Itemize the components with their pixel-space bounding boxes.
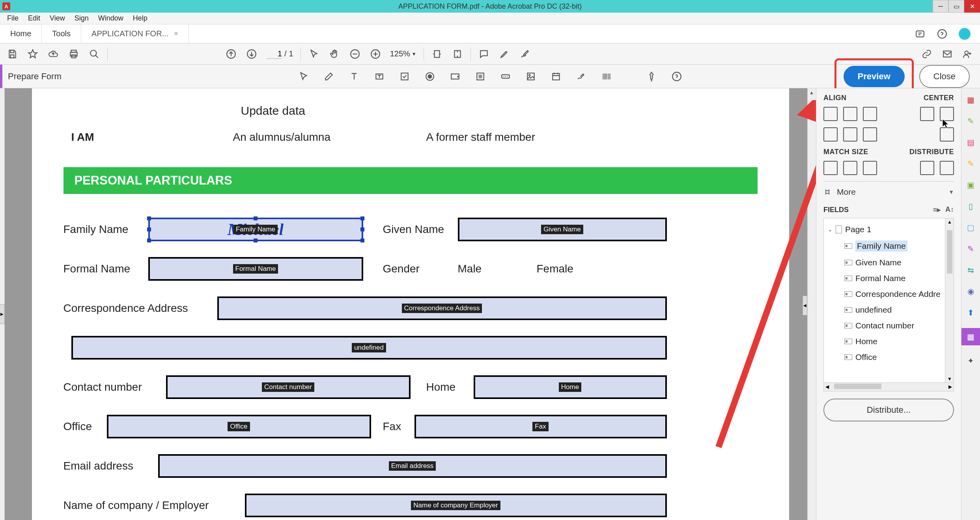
tree-field-undefined[interactable]: undefined bbox=[825, 302, 952, 318]
select-tool-icon[interactable] bbox=[297, 70, 310, 83]
field-corr-address[interactable]: Correspondence Address bbox=[217, 296, 667, 320]
field-given-name[interactable]: Given Name bbox=[458, 218, 667, 241]
text-field-icon[interactable] bbox=[347, 70, 361, 83]
menu-help[interactable]: Help bbox=[128, 14, 152, 22]
distribute-v-icon[interactable] bbox=[940, 161, 954, 175]
dropdown-icon[interactable] bbox=[448, 70, 462, 83]
tree-field-home[interactable]: Home bbox=[825, 334, 952, 349]
align-center-h-icon[interactable] bbox=[843, 107, 857, 121]
hand-icon[interactable] bbox=[329, 48, 340, 60]
pointer-icon[interactable] bbox=[308, 48, 320, 60]
zoom-in-icon[interactable] bbox=[370, 48, 381, 60]
cloud-upload-icon[interactable] bbox=[47, 48, 59, 60]
maximize-button[interactable]: ▭ bbox=[948, 0, 964, 13]
tree-field-given-name[interactable]: Given Name bbox=[825, 255, 952, 270]
tool-compress-icon[interactable]: ⇆ bbox=[965, 264, 977, 276]
tool-protect-icon[interactable]: ▢ bbox=[965, 222, 977, 233]
tab-home[interactable]: Home bbox=[0, 24, 42, 43]
zoom-out-icon[interactable] bbox=[349, 48, 361, 60]
zoom-level[interactable]: 125% ▼ bbox=[390, 49, 416, 58]
sort-icon[interactable]: ≡▸ bbox=[933, 205, 941, 214]
tab-tools[interactable]: Tools bbox=[42, 24, 81, 43]
page-up-icon[interactable] bbox=[225, 48, 237, 60]
button-icon[interactable] bbox=[499, 70, 512, 83]
tool-comment-icon[interactable]: ✎ bbox=[965, 158, 977, 170]
match-both-icon[interactable] bbox=[863, 161, 877, 175]
align-left-icon[interactable] bbox=[823, 107, 838, 121]
match-width-icon[interactable] bbox=[823, 161, 838, 175]
checkbox-icon[interactable] bbox=[398, 70, 411, 83]
avatar[interactable] bbox=[959, 28, 971, 40]
date-field-icon[interactable] bbox=[549, 70, 563, 83]
tree-field-office[interactable]: Office bbox=[825, 349, 952, 365]
tree-field-formal-name[interactable]: Formal Name bbox=[825, 270, 952, 286]
comment-icon[interactable] bbox=[478, 48, 490, 60]
align-right-icon[interactable] bbox=[863, 107, 877, 121]
center-both-icon[interactable] bbox=[940, 127, 954, 142]
tool-edit-pdf-icon[interactable]: ✎ bbox=[965, 115, 977, 127]
help-tool-icon[interactable] bbox=[670, 70, 683, 83]
menu-window[interactable]: Window bbox=[93, 14, 128, 22]
save-icon[interactable] bbox=[6, 48, 18, 60]
close-button[interactable]: Close bbox=[919, 65, 970, 88]
field-formal-name[interactable]: Formal Name bbox=[148, 257, 363, 281]
field-office[interactable]: Office bbox=[107, 415, 371, 438]
page-current-input[interactable] bbox=[266, 49, 282, 59]
minimize-button[interactable]: ─ bbox=[933, 0, 948, 13]
tree-field-contact[interactable]: Contact number bbox=[825, 318, 952, 334]
align-top-icon[interactable] bbox=[823, 127, 838, 142]
more-menu[interactable]: More ▼ bbox=[823, 187, 954, 197]
fit-width-icon[interactable] bbox=[431, 48, 443, 60]
tool-send-icon[interactable]: ⬆ bbox=[965, 307, 977, 319]
notification-icon[interactable] bbox=[915, 28, 926, 39]
tool-prepare-form-icon[interactable]: ▦ bbox=[961, 328, 980, 345]
align-bottom-icon[interactable] bbox=[863, 127, 877, 142]
field-company[interactable]: Name of company Employer bbox=[245, 494, 667, 517]
center-h-icon[interactable] bbox=[920, 107, 934, 121]
field-email[interactable]: Email address bbox=[158, 454, 667, 478]
menu-file[interactable]: File bbox=[2, 14, 23, 22]
listbox-icon[interactable] bbox=[474, 70, 487, 83]
menu-view[interactable]: View bbox=[45, 14, 70, 22]
radio-icon[interactable] bbox=[423, 70, 437, 83]
star-icon[interactable] bbox=[27, 48, 39, 60]
edit-tool-icon[interactable] bbox=[322, 70, 336, 83]
fields-scrollbar-h[interactable]: ◀▶ bbox=[824, 382, 954, 391]
tool-create-pdf-icon[interactable]: ▦ bbox=[965, 94, 977, 106]
field-contact[interactable]: Contact number bbox=[166, 375, 411, 399]
expand-left-panel[interactable]: ▶ bbox=[0, 304, 5, 324]
tool-scan-icon[interactable]: ▯ bbox=[965, 200, 977, 212]
help-icon[interactable] bbox=[937, 28, 948, 39]
tool-fill-sign-icon[interactable]: ✎ bbox=[965, 243, 977, 255]
align-middle-icon[interactable] bbox=[843, 127, 857, 142]
tree-field-corr-addr[interactable]: Correspondence Addre bbox=[825, 286, 952, 302]
fit-page-icon[interactable] bbox=[452, 48, 463, 60]
menu-sign[interactable]: Sign bbox=[70, 14, 93, 22]
print-icon[interactable] bbox=[68, 48, 80, 60]
barcode-icon[interactable] bbox=[600, 70, 613, 83]
search-icon[interactable] bbox=[88, 48, 100, 60]
doc-scrollbar[interactable]: ▲ bbox=[807, 88, 816, 520]
signature-icon[interactable] bbox=[575, 70, 588, 83]
distribute-button[interactable]: Distribute... bbox=[823, 399, 954, 421]
doc-panel-collapse[interactable]: ◀ bbox=[803, 296, 807, 315]
field-fax[interactable]: Fax bbox=[414, 415, 667, 438]
field-undefined[interactable]: undefined bbox=[71, 336, 667, 360]
pin-icon[interactable] bbox=[645, 70, 658, 83]
close-window-button[interactable]: ✕ bbox=[964, 0, 980, 13]
distribute-h-icon[interactable] bbox=[920, 161, 934, 175]
tool-export-pdf-icon[interactable]: ▤ bbox=[965, 136, 977, 148]
document-area[interactable]: Update data I AM An alumnus/alumna A for… bbox=[5, 88, 816, 520]
match-height-icon[interactable] bbox=[843, 161, 857, 175]
tab-document[interactable]: APPLICATION FOR... × bbox=[81, 24, 189, 43]
highlight-icon[interactable] bbox=[498, 48, 510, 60]
tree-page-1[interactable]: ⌄ Page 1 bbox=[825, 222, 952, 237]
image-field-icon[interactable] bbox=[524, 70, 538, 83]
tree-field-family-name[interactable]: Family Name bbox=[825, 237, 952, 255]
field-family-name[interactable]: Michael Family Name bbox=[148, 218, 363, 241]
text-box-icon[interactable] bbox=[373, 70, 386, 83]
fields-scrollbar-v[interactable]: ▲▼ bbox=[945, 218, 954, 382]
field-home[interactable]: Home bbox=[474, 375, 667, 399]
tab-order-icon[interactable]: A↕ bbox=[945, 205, 954, 214]
tool-organize-icon[interactable]: ▣ bbox=[965, 179, 977, 191]
